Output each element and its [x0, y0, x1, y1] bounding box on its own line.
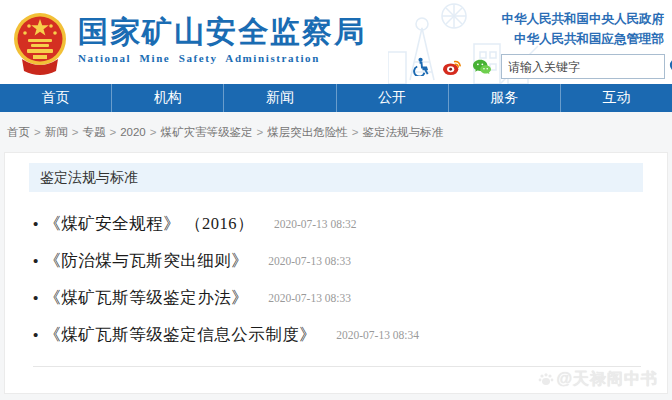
breadcrumb-separator: > [146, 126, 161, 138]
breadcrumb-item: 专题> [82, 125, 120, 140]
article-link[interactable]: 《防治煤与瓦斯突出细则》 [44, 250, 248, 272]
breadcrumb-item: 煤层突出危险性> [267, 125, 362, 140]
gov-links: 中华人民共和国中央人民政府 中华人民共和国应急管理部 [502, 9, 665, 49]
breadcrumb-separator: > [348, 126, 363, 138]
site-logo[interactable]: 国家矿山安全监察局 National Mine Safety Administr… [12, 11, 366, 75]
nav-item[interactable]: 机构 [111, 84, 223, 112]
site-header: 国家矿山安全监察局 National Mine Safety Administr… [0, 0, 672, 84]
breadcrumb-separator: > [68, 126, 83, 138]
article-list: 《煤矿安全规程》 （2016） 2020-07-13 08:32 《防治煤与瓦斯… [33, 205, 643, 353]
watermark: @天禄阁中书 [538, 369, 658, 390]
accessibility-icon[interactable] [411, 56, 432, 77]
section-header-bar: 鉴定法规与标准 [29, 163, 643, 192]
article-list-item: 《煤矿瓦斯等级鉴定办法》 2020-07-13 08:33 [33, 279, 643, 316]
section-title: 鉴定法规与标准 [40, 169, 138, 187]
article-list-item: 《防治煤与瓦斯突出细则》 2020-07-13 08:33 [33, 242, 643, 279]
breadcrumb-link[interactable]: 首页 [7, 126, 30, 138]
site-title: 国家矿山安全监察局 [78, 15, 366, 49]
content-area: 首页> 新闻> 专题> 2020> 煤矿灾害等级鉴定> 煤层突出危险性> 鉴定法… [0, 112, 672, 400]
national-emblem-icon [12, 11, 68, 75]
breadcrumb-link[interactable]: 新闻 [45, 126, 68, 138]
watermark-text: @天禄阁中书 [556, 369, 658, 390]
article-link[interactable]: 《煤矿瓦斯等级鉴定办法》 [44, 287, 248, 309]
gov-link-emergency-ministry[interactable]: 中华人民共和国应急管理部 [502, 29, 665, 49]
breadcrumb-link[interactable]: 2020 [120, 126, 146, 138]
wechat-icon[interactable] [471, 56, 492, 77]
nav-item[interactable]: 互动 [560, 84, 672, 112]
article-date: 2020-07-13 08:33 [268, 292, 351, 304]
main-nav: 首页 机构 新闻 公开 服务 互动 [0, 84, 672, 112]
breadcrumb-separator: > [105, 126, 120, 138]
article-link[interactable]: 《煤矿安全规程》 （2016） [44, 213, 254, 235]
breadcrumb-item: 2020> [120, 126, 160, 138]
panel-divider [33, 366, 641, 367]
breadcrumb-item: 新闻> [45, 125, 83, 140]
site-subtitle: National Mine Safety Administration [78, 52, 366, 64]
nav-item[interactable]: 公开 [336, 84, 448, 112]
weibo-icon[interactable] [441, 56, 462, 77]
article-list-item: 《煤矿瓦斯等级鉴定信息公示制度》 2020-07-13 08:34 [33, 316, 643, 353]
nav-item[interactable]: 首页 [0, 84, 111, 112]
paw-icon [538, 372, 554, 388]
breadcrumb: 首页> 新闻> 专题> 2020> 煤矿灾害等级鉴定> 煤层突出危险性> 鉴定法… [0, 112, 672, 152]
breadcrumb-separator: > [30, 126, 45, 138]
nav-item[interactable]: 服务 [448, 84, 560, 112]
content-panel: 鉴定法规与标准 《煤矿安全规程》 （2016） 2020-07-13 08:32… [4, 152, 668, 394]
header-tools [411, 54, 665, 79]
breadcrumb-link[interactable]: 煤层突出危险性 [267, 126, 348, 138]
article-list-item: 《煤矿安全规程》 （2016） 2020-07-13 08:32 [33, 205, 643, 242]
breadcrumb-item: 首页> [7, 125, 45, 140]
gov-link-central-government[interactable]: 中华人民共和国中央人民政府 [502, 9, 665, 29]
nav-list: 首页 机构 新闻 公开 服务 互动 [0, 84, 672, 112]
search-input[interactable] [502, 56, 669, 77]
breadcrumb-link[interactable]: 专题 [82, 126, 105, 138]
article-date: 2020-07-13 08:34 [336, 329, 419, 341]
breadcrumb-item: 煤矿灾害等级鉴定> [160, 125, 267, 140]
breadcrumb-item: 鉴定法规与标准 [362, 125, 451, 140]
search-box [501, 54, 665, 79]
nav-item[interactable]: 新闻 [223, 84, 335, 112]
article-link[interactable]: 《煤矿瓦斯等级鉴定信息公示制度》 [44, 324, 316, 346]
breadcrumb-separator [443, 126, 451, 138]
article-date: 2020-07-13 08:33 [268, 255, 351, 267]
article-date: 2020-07-13 08:32 [274, 218, 357, 230]
breadcrumb-separator: > [252, 126, 267, 138]
site-titles: 国家矿山安全监察局 National Mine Safety Administr… [78, 11, 366, 64]
breadcrumb-link[interactable]: 鉴定法规与标准 [362, 126, 443, 138]
breadcrumb-link[interactable]: 煤矿灾害等级鉴定 [160, 126, 252, 138]
